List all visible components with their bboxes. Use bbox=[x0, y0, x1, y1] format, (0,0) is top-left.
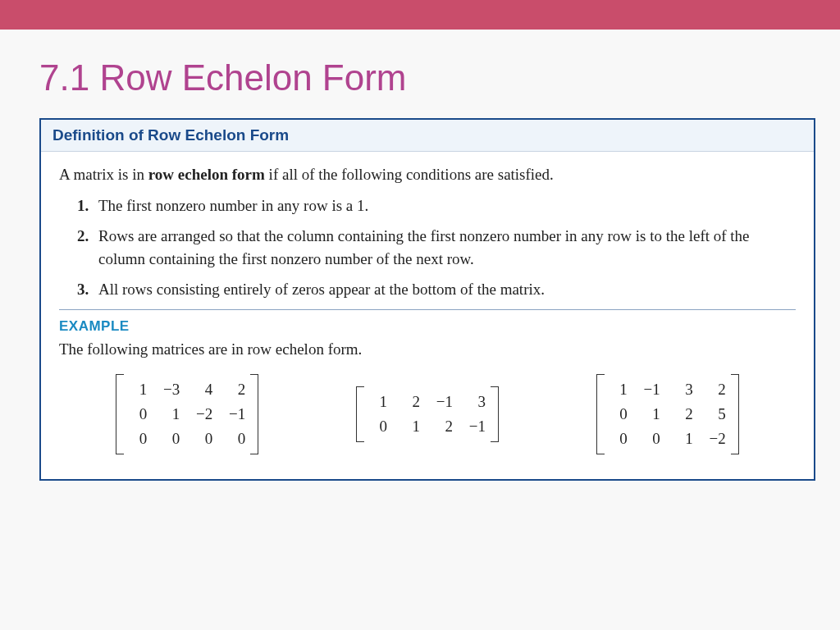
condition-item: 3. All rows consisting entirely of zeros… bbox=[77, 278, 796, 301]
intro-bold: row echelon form bbox=[148, 166, 265, 183]
intro-post: if all of the following conditions are s… bbox=[265, 166, 554, 183]
matrix-cell: 1 bbox=[609, 378, 628, 401]
condition-text: The first nonzero number in any row is a… bbox=[98, 194, 796, 217]
matrix-cell: 0 bbox=[162, 427, 180, 450]
matrix-cell: −1 bbox=[227, 403, 245, 426]
condition-item: 2. Rows are arranged so that the column … bbox=[77, 225, 796, 270]
matrix-cell: −2 bbox=[708, 427, 726, 450]
condition-number: 1. bbox=[77, 194, 98, 217]
right-bracket-icon bbox=[731, 374, 739, 454]
accent-top-bar bbox=[0, 0, 840, 30]
matrix-cell: −1 bbox=[468, 415, 486, 438]
matrix-cell: 1 bbox=[402, 415, 420, 438]
matrix-body: 12−13012−1 bbox=[364, 386, 491, 442]
matrix-cell: 4 bbox=[194, 378, 212, 401]
matrix-cell: 1 bbox=[642, 403, 660, 426]
matrix-cell: 1 bbox=[369, 390, 387, 413]
right-bracket-icon bbox=[250, 374, 258, 454]
matrix-1: 1−34201−2−10000 bbox=[116, 374, 258, 454]
matrix-cell: 5 bbox=[708, 403, 726, 426]
page-title: 7.1 Row Echelon Form bbox=[0, 30, 840, 118]
matrix-cell: 0 bbox=[642, 427, 660, 450]
definition-box: Definition of Row Echelon Form A matrix … bbox=[39, 118, 815, 481]
matrix-cell: 0 bbox=[227, 427, 245, 450]
conditions-list: 1. The first nonzero number in any row i… bbox=[59, 194, 796, 301]
matrix-cell: 0 bbox=[609, 403, 628, 426]
matrix-cell: 1 bbox=[675, 427, 693, 450]
condition-item: 1. The first nonzero number in any row i… bbox=[77, 194, 796, 217]
matrix-body: 1−1320125001−2 bbox=[605, 374, 731, 454]
matrix-cell: 2 bbox=[402, 390, 420, 413]
matrix-cell: 0 bbox=[129, 427, 147, 450]
matrix-cell: 1 bbox=[162, 403, 180, 426]
condition-text: All rows consisting entirely of zeros ap… bbox=[98, 278, 796, 301]
matrix-body: 1−34201−2−10000 bbox=[124, 374, 250, 454]
matrix-cell: 2 bbox=[675, 403, 693, 426]
matrix-cell: −2 bbox=[194, 403, 212, 426]
matrix-cell: 2 bbox=[435, 415, 453, 438]
matrix-cell: −1 bbox=[642, 378, 660, 401]
matrices-row: 1−34201−2−10000 12−13012−1 1−1320125001−… bbox=[59, 371, 796, 468]
right-bracket-icon bbox=[491, 386, 499, 442]
definition-header: Definition of Row Echelon Form bbox=[41, 120, 814, 152]
condition-number: 3. bbox=[77, 278, 98, 301]
left-bracket-icon bbox=[356, 386, 364, 442]
example-intro: The following matrices are in row echelo… bbox=[59, 338, 796, 361]
matrix-cell: 2 bbox=[708, 378, 726, 401]
divider bbox=[59, 309, 796, 310]
definition-intro: A matrix is in row echelon form if all o… bbox=[59, 163, 796, 186]
matrix-cell: −3 bbox=[162, 378, 180, 401]
matrix-cell: 0 bbox=[194, 427, 212, 450]
matrix-cell: −1 bbox=[435, 390, 453, 413]
intro-pre: A matrix is in bbox=[59, 166, 148, 183]
matrix-cell: 1 bbox=[129, 378, 147, 401]
condition-text: Rows are arranged so that the column con… bbox=[98, 225, 796, 270]
condition-number: 2. bbox=[77, 225, 98, 270]
example-label: EXAMPLE bbox=[59, 317, 796, 337]
matrix-cell: 0 bbox=[609, 427, 628, 450]
definition-body: A matrix is in row echelon form if all o… bbox=[41, 152, 814, 479]
matrix-2: 12−13012−1 bbox=[356, 386, 499, 442]
matrix-cell: 3 bbox=[675, 378, 693, 401]
matrix-cell: 3 bbox=[468, 390, 486, 413]
matrix-cell: 0 bbox=[369, 415, 387, 438]
matrix-cell: 0 bbox=[129, 403, 147, 426]
matrix-cell: 2 bbox=[227, 378, 245, 401]
matrix-3: 1−1320125001−2 bbox=[596, 374, 739, 454]
left-bracket-icon bbox=[596, 374, 605, 454]
left-bracket-icon bbox=[116, 374, 124, 454]
